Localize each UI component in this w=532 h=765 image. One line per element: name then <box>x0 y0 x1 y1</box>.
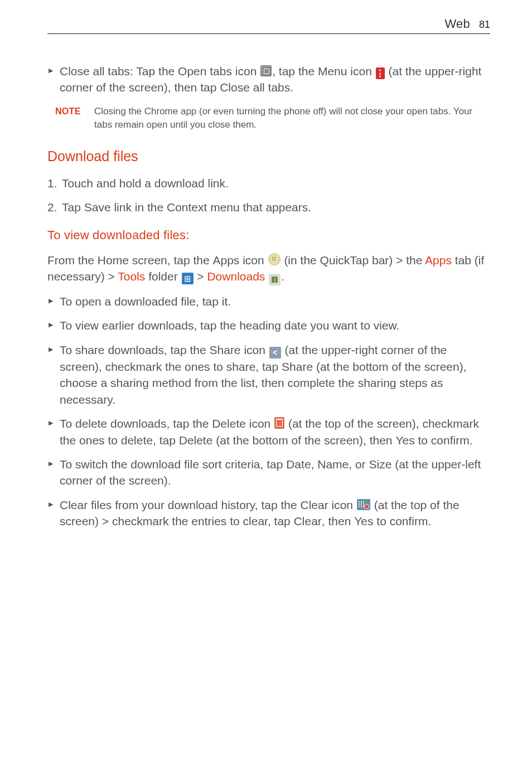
text: , tap the <box>272 65 318 78</box>
bold-text: Share <box>210 343 241 356</box>
text: : Tap the <box>130 65 178 78</box>
text: . <box>290 81 293 94</box>
view-item-delete: To delete downloads, tap the Delete icon… <box>47 415 490 448</box>
view-item-share: To share downloads, tap the Share icon (… <box>47 342 490 408</box>
step-number: 2. <box>47 199 62 215</box>
bold-text: Yes <box>354 515 373 527</box>
text: , or <box>349 458 369 471</box>
bold-text: Date <box>286 458 311 471</box>
bold-text: Delete <box>212 417 246 430</box>
view-item-open: To open a downloaded file, tap it. <box>47 293 490 309</box>
text: icon <box>328 498 356 511</box>
text: icon <box>241 343 269 356</box>
bold-text: Clear <box>300 498 328 511</box>
bold-text: Menu <box>318 65 347 78</box>
text: To delete downloads, tap the <box>60 417 212 430</box>
text: icon <box>246 417 274 430</box>
text: (in the QuickTap bar) > the <box>281 254 425 267</box>
view-item-clear: Clear files from your download history, … <box>47 497 490 530</box>
apps-icon <box>268 253 280 265</box>
clear-icon <box>357 499 370 510</box>
view-item-earlier: To view earlier downloads, tap the headi… <box>47 317 490 333</box>
page-number: 81 <box>479 19 490 31</box>
page-header: Web 81 <box>47 17 490 34</box>
text: To switch the download file sort criteri… <box>60 458 286 471</box>
section-label: Web <box>445 17 470 31</box>
step-2: 2. Tap Save link in the Context menu tha… <box>47 199 490 215</box>
text: . <box>281 270 284 283</box>
view-intro-paragraph: From the Home screen, tap the Apps icon … <box>47 252 490 285</box>
tools-folder-icon <box>182 273 194 284</box>
accent-text: Apps <box>425 254 452 267</box>
bold-text: Size <box>369 458 391 471</box>
text: (at the bottom of the screen), then <box>212 434 395 447</box>
step-number: 1. <box>47 175 62 191</box>
menu-icon <box>376 67 385 79</box>
bold-text: Yes <box>395 434 414 447</box>
text <box>265 270 268 283</box>
step-text: Touch and hold a download link. <box>62 175 229 191</box>
text: to confirm. <box>373 515 431 527</box>
text: , then <box>322 515 354 527</box>
note-text: Closing the Chrome app (or even turning … <box>94 105 490 132</box>
note-block: NOTE Closing the Chrome app (or even tur… <box>55 105 490 132</box>
text: icon <box>239 254 267 267</box>
text: folder <box>145 270 181 283</box>
text: in the Context menu that appears. <box>132 201 311 214</box>
accent-text: Downloads <box>207 270 265 283</box>
text: icon <box>232 65 260 78</box>
note-label: NOTE <box>55 105 94 132</box>
bold-text: Clear <box>294 515 322 527</box>
bold-text: Share <box>282 360 313 373</box>
text: , <box>311 458 318 471</box>
step-1: 1. Touch and hold a download link. <box>47 175 490 191</box>
share-icon <box>269 347 281 359</box>
step-text: Tap Save link in the Context menu that a… <box>62 199 311 215</box>
bold-text: Apps <box>212 254 239 267</box>
delete-icon <box>274 417 284 429</box>
text: Clear files from your download history, … <box>60 498 300 511</box>
close-all-tabs-item: Close all tabs: Tap the Open tabs icon ,… <box>47 63 490 96</box>
bold-text: Close all tabs <box>60 65 130 78</box>
bold-text: Close all tabs <box>220 81 290 94</box>
text: to confirm. <box>415 434 473 447</box>
view-item-sort: To switch the download file sort criteri… <box>47 456 490 489</box>
view-downloaded-heading: To view downloaded files: <box>47 227 490 244</box>
accent-text: Tools <box>118 270 145 283</box>
bold-text: Delete <box>179 434 213 447</box>
bold-text: Open tabs <box>178 65 232 78</box>
text: To share downloads, tap the <box>60 343 210 356</box>
bold-text: Name <box>317 458 349 471</box>
text: > <box>194 270 207 283</box>
download-files-heading: Download files <box>47 147 490 166</box>
text: From the Home screen, tap the <box>47 254 212 267</box>
open-tabs-icon <box>260 65 272 76</box>
bold-text: Save link <box>84 201 132 214</box>
text: icon <box>347 65 375 78</box>
text: Tap <box>62 201 84 214</box>
downloads-icon <box>269 274 280 285</box>
